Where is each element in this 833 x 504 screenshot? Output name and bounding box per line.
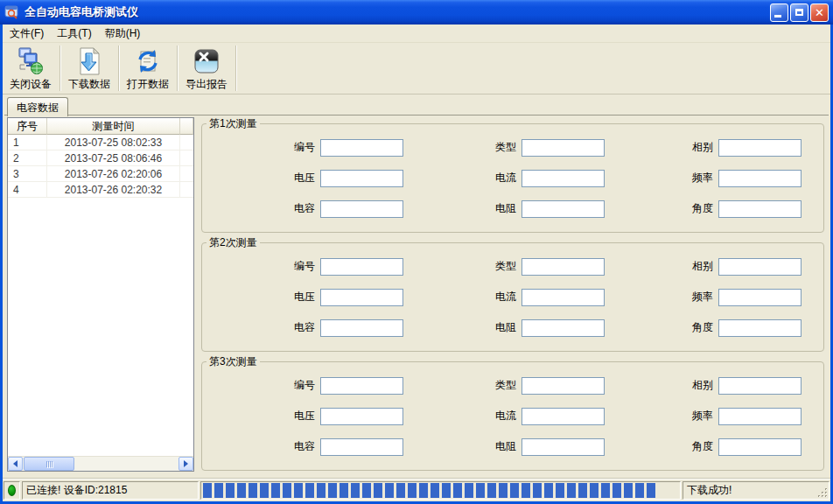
field-cell: 相别 [605, 139, 823, 157]
field-label-resistance: 电阻 [495, 201, 516, 216]
cell-filler [180, 166, 193, 182]
input-angle-3[interactable] [718, 438, 802, 456]
cell-time: 2013-07-26 02:20:32 [47, 182, 180, 198]
tab-capacitance-data[interactable]: 电容数据 [7, 97, 68, 116]
measurement-list: 序号 测量时间 12013-07-25 08:02:3322013-07-25 … [7, 117, 194, 472]
download-data-button[interactable]: 下载数据 [61, 43, 117, 94]
progress-segment [476, 483, 485, 498]
field-label-frequency: 频率 [692, 171, 713, 186]
input-voltage-2[interactable] [320, 289, 403, 306]
group-title: 第1次测量 [206, 116, 260, 131]
input-angle-2[interactable] [718, 319, 802, 337]
field-cell: 电流 [403, 170, 605, 187]
input-number-3[interactable] [320, 377, 403, 395]
input-type-2[interactable] [522, 258, 605, 276]
maximize-button[interactable] [790, 4, 808, 22]
field-cell: 角度 [605, 438, 823, 456]
toolbar-button-label: 关闭设备 [10, 77, 52, 92]
column-header-time[interactable]: 测量时间 [47, 118, 180, 135]
progress-segment [248, 483, 257, 498]
minimize-button[interactable] [770, 4, 788, 22]
close-device-button[interactable]: 关闭设备 [3, 43, 59, 94]
input-phase-2[interactable] [718, 258, 802, 276]
progress-segment [601, 483, 610, 498]
resize-grip-icon[interactable] [817, 487, 829, 499]
export-report-button[interactable]: 导出报告 [178, 43, 234, 94]
table-row[interactable]: 12013-07-25 08:02:33 [8, 135, 193, 150]
field-grid: 编号类型相别电压电流频率电容电阻角度 [202, 250, 823, 343]
table-body: 12013-07-25 08:02:3322013-07-25 08:06:46… [8, 135, 193, 456]
column-header-index[interactable]: 序号 [8, 118, 47, 135]
toolbar-button-label: 导出报告 [186, 77, 228, 92]
title-bar: 全自动电容电桥测试仪 ✕ [0, 0, 833, 24]
measurement-group-2: 第2次测量编号类型相别电压电流频率电容电阻角度 [201, 235, 824, 352]
input-capacitance-3[interactable] [320, 438, 403, 456]
table-row[interactable]: 22013-07-25 08:06:46 [8, 150, 193, 166]
input-capacitance-1[interactable] [320, 200, 403, 218]
progress-bar [200, 481, 681, 500]
input-number-2[interactable] [320, 258, 403, 276]
input-current-3[interactable] [522, 408, 605, 425]
input-type-1[interactable] [522, 139, 605, 157]
input-resistance-2[interactable] [522, 319, 605, 337]
close-button[interactable]: ✕ [810, 4, 829, 22]
field-label-frequency: 频率 [692, 290, 713, 304]
input-voltage-1[interactable] [320, 170, 403, 187]
input-angle-1[interactable] [718, 200, 802, 218]
cell-time: 2013-07-25 08:02:33 [47, 135, 180, 150]
input-capacitance-2[interactable] [320, 319, 403, 337]
input-phase-3[interactable] [718, 377, 802, 395]
app-window: 全自动电容电桥测试仪 ✕ 文件(F) 工具(T) 帮助(H) 关 [0, 0, 833, 504]
progress-segment [294, 483, 303, 498]
progress-segment [328, 483, 337, 498]
input-phase-1[interactable] [718, 139, 802, 157]
field-cell: 编号 [202, 139, 403, 157]
input-number-1[interactable] [320, 139, 403, 157]
field-label-angle: 角度 [692, 439, 713, 454]
download-document-icon [75, 47, 103, 75]
scroll-right-button[interactable] [178, 457, 193, 471]
cell-index: 4 [8, 182, 47, 198]
input-type-3[interactable] [522, 377, 605, 395]
menu-file[interactable]: 文件(F) [4, 24, 50, 43]
progress-segment [226, 483, 234, 498]
progress-segment [556, 483, 564, 498]
menu-bar: 文件(F) 工具(T) 帮助(H) [3, 24, 830, 43]
table-row[interactable]: 32013-07-26 02:20:06 [8, 166, 193, 182]
field-label-voltage: 电压 [294, 171, 315, 186]
field-cell: 频率 [605, 408, 823, 425]
toolbar-button-label: 打开数据 [127, 77, 169, 92]
cell-index: 1 [8, 135, 47, 150]
input-resistance-3[interactable] [522, 438, 605, 456]
scroll-left-button[interactable] [8, 457, 23, 471]
progress-segment [465, 483, 473, 498]
status-message-panel: 下载成功! [682, 481, 830, 500]
scrollbar-thumb[interactable] [24, 457, 74, 471]
scrollbar-track[interactable] [75, 457, 178, 471]
connection-status-text: 已连接! 设备ID:21815 [26, 483, 127, 498]
measurement-group-3: 第3次测量编号类型相别电压电流频率电容电阻角度 [201, 354, 824, 471]
input-frequency-3[interactable] [718, 408, 802, 425]
table-row[interactable]: 42013-07-26 02:20:32 [8, 182, 193, 198]
open-data-button[interactable]: 打开数据 [120, 43, 176, 94]
menu-tools[interactable]: 工具(T) [51, 24, 97, 43]
horizontal-scrollbar[interactable] [8, 456, 193, 471]
progress-segment [487, 483, 496, 498]
progress-segment [522, 483, 530, 498]
progress-segment [453, 483, 462, 498]
field-label-capacitance: 电容 [294, 320, 315, 335]
input-current-2[interactable] [522, 289, 605, 306]
input-current-1[interactable] [522, 170, 605, 187]
input-resistance-1[interactable] [522, 200, 605, 218]
maximize-icon [795, 9, 803, 16]
input-frequency-1[interactable] [718, 170, 802, 187]
field-label-resistance: 电阻 [495, 320, 516, 335]
app-icon[interactable] [4, 4, 20, 20]
progress-segment [271, 483, 280, 498]
progress-segment [305, 483, 314, 498]
field-grid: 编号类型相别电压电流频率电容电阻角度 [202, 369, 823, 462]
input-voltage-3[interactable] [320, 408, 403, 425]
menu-help[interactable]: 帮助(H) [99, 24, 147, 43]
input-frequency-2[interactable] [718, 289, 802, 306]
tab-strip-line [4, 115, 829, 116]
